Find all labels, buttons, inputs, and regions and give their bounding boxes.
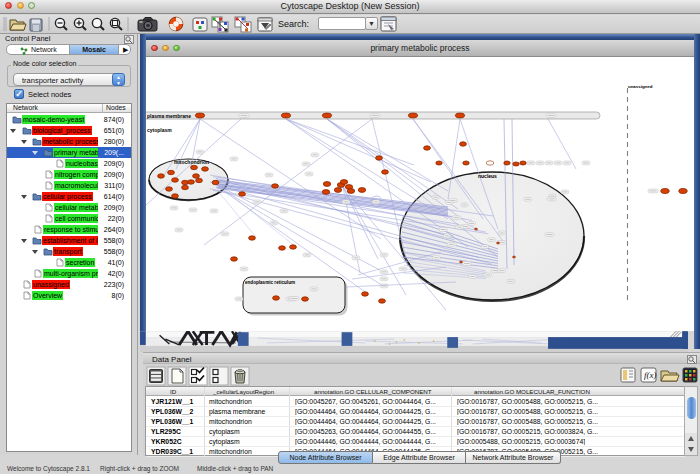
svg-text:cytoplasm: cytoplasm — [147, 127, 172, 133]
svg-text:unassigned: unassigned — [628, 84, 653, 89]
svg-text:plasma membrane: plasma membrane — [147, 113, 191, 119]
svg-text:nucleus: nucleus — [478, 173, 497, 179]
svg-text:f(x): f(x) — [644, 370, 657, 380]
svg-text:endoplasmic reticulum: endoplasmic reticulum — [245, 280, 295, 285]
svg-text:mitochondrion: mitochondrion — [174, 159, 209, 165]
